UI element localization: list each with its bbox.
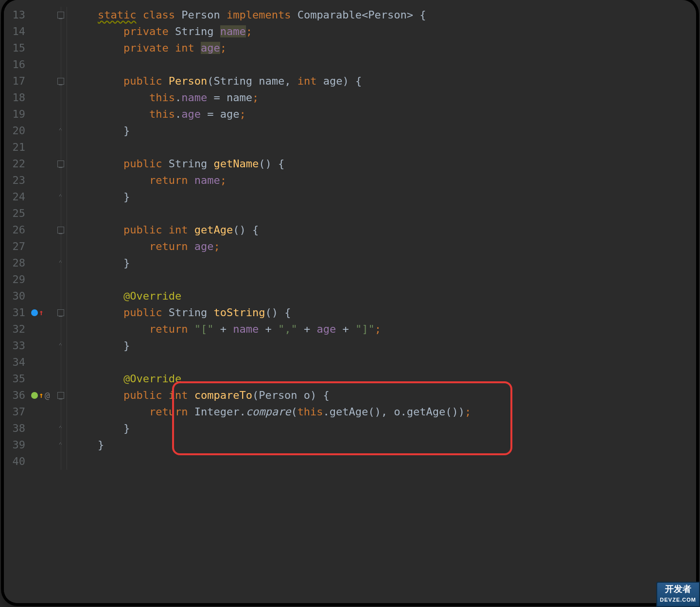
fold-column[interactable]	[54, 23, 67, 40]
code-line[interactable]: this.name = name;	[67, 89, 696, 106]
line-number[interactable]: 31	[4, 304, 28, 321]
code-line[interactable]	[67, 56, 696, 73]
line-number[interactable]: 16	[4, 56, 28, 73]
fold-column[interactable]	[54, 106, 67, 123]
line-number[interactable]: 29	[4, 271, 28, 288]
fold-close-icon[interactable]: ⌃	[59, 189, 63, 205]
line-number[interactable]: 38	[4, 420, 28, 437]
fold-column[interactable]	[54, 156, 67, 172]
line-number[interactable]: 35	[4, 371, 28, 387]
line-number[interactable]: 19	[4, 106, 28, 123]
fold-column[interactable]	[54, 453, 67, 470]
line-number[interactable]: 26	[4, 222, 28, 238]
code-line[interactable]: }	[67, 420, 696, 437]
line-number[interactable]: 32	[4, 321, 28, 338]
line-number[interactable]: 14	[4, 23, 28, 40]
code-area[interactable]: static class Person implements Comparabl…	[67, 0, 696, 603]
line-number[interactable]: 23	[4, 172, 28, 189]
code-line[interactable]: private int age;	[67, 40, 696, 56]
code-line[interactable]: @Override	[67, 288, 696, 304]
code-line[interactable]: }	[67, 338, 696, 354]
line-number[interactable]: 33	[4, 338, 28, 354]
fold-handle-icon[interactable]	[57, 309, 64, 316]
fold-column[interactable]	[54, 56, 67, 73]
code-line[interactable]: public int getAge() {	[67, 222, 696, 238]
code-line[interactable]: public Person(String name, int age) {	[67, 73, 696, 89]
code-line[interactable]: @Override	[67, 371, 696, 387]
code-line[interactable]: }	[67, 189, 696, 205]
fold-handle-icon[interactable]	[57, 227, 64, 233]
fold-column[interactable]: ⌃	[54, 437, 67, 453]
implement-arrow-icon[interactable]: ↑	[39, 387, 44, 404]
code-line[interactable]: }	[67, 123, 696, 139]
fold-column[interactable]	[54, 40, 67, 56]
fold-column[interactable]	[54, 371, 67, 387]
fold-column[interactable]: ⌃	[54, 338, 67, 354]
fold-column[interactable]	[54, 222, 67, 238]
line-number[interactable]: 40	[4, 453, 28, 470]
code-line[interactable]	[67, 453, 696, 470]
code-line[interactable]: public String toString() {	[67, 304, 696, 321]
code-line[interactable]: return age;	[67, 238, 696, 255]
code-line[interactable]	[67, 139, 696, 156]
fold-column[interactable]	[54, 139, 67, 156]
code-line[interactable]: static class Person implements Comparabl…	[67, 7, 696, 23]
code-line[interactable]: }	[67, 255, 696, 271]
code-line[interactable]: return Integer.compare(this.getAge(), o.…	[67, 404, 696, 420]
fold-column[interactable]	[54, 89, 67, 106]
line-number[interactable]: 34	[4, 354, 28, 371]
code-line[interactable]: this.age = age;	[67, 106, 696, 123]
fold-column[interactable]	[54, 354, 67, 371]
fold-close-icon[interactable]: ⌃	[59, 437, 63, 453]
code-line[interactable]: }	[67, 437, 696, 453]
fold-column[interactable]: ⌃	[54, 189, 67, 205]
line-number[interactable]: 15	[4, 40, 28, 56]
code-line[interactable]	[67, 205, 696, 222]
line-number[interactable]: 13	[4, 7, 28, 23]
code-line[interactable]: return name;	[67, 172, 696, 189]
line-number[interactable]: 18	[4, 89, 28, 106]
fold-close-icon[interactable]: ⌃	[59, 420, 63, 437]
line-number[interactable]: 36	[4, 387, 28, 404]
fold-column[interactable]	[54, 387, 67, 404]
line-number[interactable]: 25	[4, 205, 28, 222]
fold-column[interactable]	[54, 238, 67, 255]
override-icon[interactable]	[31, 309, 38, 316]
code-line[interactable]: private String name;	[67, 23, 696, 40]
override-arrow-icon[interactable]: ↑	[39, 304, 44, 321]
line-number[interactable]: 22	[4, 156, 28, 172]
fold-column[interactable]: ⌃	[54, 420, 67, 437]
line-number[interactable]: 30	[4, 288, 28, 304]
fold-column[interactable]	[54, 271, 67, 288]
fold-close-icon[interactable]: ⌃	[59, 255, 63, 271]
line-number[interactable]: 37	[4, 404, 28, 420]
line-number[interactable]: 24	[4, 189, 28, 205]
code-line[interactable]	[67, 354, 696, 371]
fold-column[interactable]	[54, 321, 67, 338]
line-number[interactable]: 17	[4, 73, 28, 89]
code-line[interactable]: public int compareTo(Person o) {	[67, 387, 696, 404]
fold-column[interactable]	[54, 7, 67, 23]
code-line[interactable]: public String getName() {	[67, 156, 696, 172]
line-number[interactable]: 28	[4, 255, 28, 271]
fold-close-icon[interactable]: ⌃	[59, 123, 63, 139]
fold-column[interactable]: ⌃	[54, 123, 67, 139]
code-line[interactable]	[67, 271, 696, 288]
fold-close-icon[interactable]: ⌃	[59, 338, 63, 354]
fold-column[interactable]	[54, 205, 67, 222]
implement-icon[interactable]	[31, 392, 38, 399]
fold-column[interactable]	[54, 288, 67, 304]
code-line[interactable]: return "[" + name + "," + age + "]";	[67, 321, 696, 338]
line-number[interactable]: 20	[4, 123, 28, 139]
annotation-icon[interactable]: @	[45, 387, 50, 404]
line-number[interactable]: 39	[4, 437, 28, 453]
fold-column[interactable]	[54, 304, 67, 321]
fold-handle-icon[interactable]	[57, 78, 64, 85]
fold-handle-icon[interactable]	[57, 12, 64, 18]
fold-handle-icon[interactable]	[57, 392, 64, 399]
line-number[interactable]: 21	[4, 139, 28, 156]
fold-column[interactable]	[54, 172, 67, 189]
fold-column[interactable]: ⌃	[54, 255, 67, 271]
fold-column[interactable]	[54, 404, 67, 420]
line-number[interactable]: 27	[4, 238, 28, 255]
